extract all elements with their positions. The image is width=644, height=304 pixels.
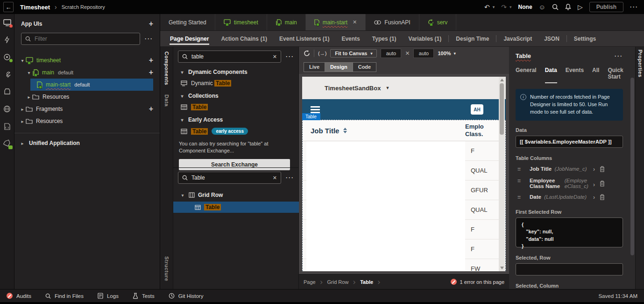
- caret-right-icon[interactable]: ▸: [19, 119, 26, 124]
- section-collections[interactable]: ▾ Collections: [180, 93, 294, 99]
- structure-item-table-selected[interactable]: Table: [173, 202, 299, 213]
- ptab-events[interactable]: Events: [566, 67, 584, 83]
- subtab-design-time[interactable]: Design Time: [450, 31, 495, 46]
- caret-down-icon[interactable]: ▾: [180, 193, 185, 198]
- page-scrollbar-thumb[interactable]: [500, 83, 504, 135]
- tab-data-vertical[interactable]: Data: [164, 94, 170, 107]
- app-uis-rail-icon[interactable]: [2, 18, 12, 27]
- delete-column-icon[interactable]: [600, 166, 605, 172]
- tests-button[interactable]: Tests: [133, 293, 155, 299]
- business-objects-rail-icon[interactable]: [2, 70, 12, 79]
- tab-getting-started[interactable]: Getting Started: [160, 14, 215, 30]
- breadcrumb-grid-row[interactable]: Grid Row: [327, 279, 349, 285]
- undo-icon[interactable]: ↶: [484, 4, 490, 10]
- structure-search-input[interactable]: [191, 174, 269, 181]
- caret-right-icon[interactable]: ▸: [19, 141, 26, 146]
- fit-to-canvas-dropdown[interactable]: Fit to Canvas ▾: [330, 49, 377, 58]
- chevron-right-icon[interactable]: ›: [593, 166, 600, 173]
- ptab-all[interactable]: All: [592, 67, 599, 83]
- services-rail-icon[interactable]: [2, 52, 12, 62]
- search-icon[interactable]: [552, 4, 559, 10]
- window-menu-icon[interactable]: ···: [630, 4, 638, 10]
- table-component-selection[interactable]: Table Job Title Emplo Class. F QUAL GFUR: [302, 120, 506, 271]
- components-search-input[interactable]: [191, 53, 269, 60]
- tab-structure-vertical[interactable]: Structure: [164, 256, 170, 281]
- git-rail-icon[interactable]: [2, 139, 12, 148]
- tree-item-resources-outer[interactable]: ▸ Resources: [14, 115, 160, 127]
- logs-button[interactable]: Logs: [98, 293, 119, 299]
- ptab-data[interactable]: Data: [545, 67, 557, 83]
- ptab-general[interactable]: General: [516, 67, 537, 83]
- find-in-files-button[interactable]: Find in Files: [45, 293, 84, 299]
- column-row-employee-class[interactable]: = Employee Class Name(EmployeeClass_c) ›: [516, 178, 623, 189]
- sort-icon[interactable]: [343, 128, 347, 133]
- clear-search-icon[interactable]: ✕: [273, 175, 277, 181]
- component-table-early-access[interactable]: Table early access: [181, 128, 294, 135]
- sandbox-dropdown[interactable]: TimesheetSandBox ▼: [325, 85, 389, 92]
- caret-down-icon[interactable]: ▾: [19, 58, 26, 63]
- column-row-job-title[interactable]: = Job Title (JobName_c) ›: [516, 166, 623, 173]
- breadcrumb-table[interactable]: Table: [360, 279, 373, 285]
- subtab-types[interactable]: Types (1): [366, 31, 403, 46]
- close-tab-icon[interactable]: ✕: [353, 19, 357, 25]
- feedback-icon[interactable]: ☺: [539, 4, 545, 10]
- delete-column-icon[interactable]: [600, 181, 605, 187]
- chevron-right-icon[interactable]: ›: [593, 194, 600, 201]
- zoom-dropdown[interactable]: 100% ▾: [438, 51, 455, 56]
- add-flow-button[interactable]: +: [149, 56, 153, 65]
- caret-right-icon[interactable]: ▸: [19, 107, 26, 112]
- design-canvas-page[interactable]: TimesheetSandBox ▼ AH Table Job Title Em…: [302, 77, 506, 271]
- drag-handle-icon[interactable]: =: [516, 166, 530, 173]
- structure-menu-icon[interactable]: ···: [286, 174, 294, 181]
- tree-item-fragments[interactable]: ▸ Fragments +: [14, 103, 160, 115]
- first-selected-row-value[interactable]: { "key": null, "data": null }: [516, 217, 623, 247]
- component-dynamic-table[interactable]: Dynamic Table: [181, 80, 294, 87]
- add-page-button[interactable]: +: [149, 68, 153, 77]
- tab-serv[interactable]: serv: [419, 14, 457, 30]
- canvas-height-input[interactable]: [413, 49, 434, 58]
- subtab-event-listeners[interactable]: Event Listeners (1): [273, 31, 335, 46]
- subtab-page-designer[interactable]: Page Designer: [164, 31, 215, 46]
- section-early-access[interactable]: ▾ Early Access: [180, 116, 294, 123]
- app-uis-filter-input[interactable]: [35, 36, 136, 42]
- properties-menu-icon[interactable]: ···: [615, 53, 623, 59]
- caret-right-icon[interactable]: ▸: [26, 94, 32, 100]
- mode-code-button[interactable]: Code: [353, 62, 377, 72]
- components-menu-icon[interactable]: ···: [286, 53, 294, 60]
- git-history-button[interactable]: Git History: [169, 293, 204, 299]
- tab-components-vertical[interactable]: Components: [164, 51, 170, 85]
- redo-dropdown-icon[interactable]: ▾: [510, 5, 512, 9]
- tree-item-unified-application[interactable]: ▸ Unified Application: [14, 137, 160, 149]
- selected-row-input[interactable]: [516, 263, 623, 275]
- back-button[interactable]: ←: [3, 2, 14, 12]
- scroll-up-icon[interactable]: [500, 79, 504, 81]
- tab-timesheet[interactable]: timesheet: [215, 14, 267, 30]
- page-error-indicator[interactable]: 1 error on this page: [451, 279, 504, 285]
- subtab-events[interactable]: Events: [335, 31, 366, 46]
- clear-search-icon[interactable]: ✕: [273, 54, 277, 60]
- ptab-quick-start[interactable]: Quick Start: [608, 67, 623, 83]
- avatar[interactable]: AH: [471, 104, 483, 115]
- subtab-variables[interactable]: Variables (1): [403, 31, 448, 46]
- web-rail-icon[interactable]: [2, 104, 12, 114]
- sandbox-selector[interactable]: None: [518, 4, 532, 10]
- add-fragment-button[interactable]: +: [149, 105, 153, 113]
- section-dynamic-components[interactable]: ▾ Dynamic Components: [180, 69, 294, 75]
- subtab-action-chains[interactable]: Action Chains (1): [215, 31, 273, 46]
- add-app-ui-button[interactable]: +: [149, 20, 153, 28]
- tree-item-timesheet[interactable]: ▾ timesheet +: [14, 54, 160, 66]
- data-expression-input[interactable]: [516, 136, 623, 148]
- source-rail-icon[interactable]: [2, 122, 12, 131]
- refresh-icon[interactable]: [304, 50, 310, 57]
- column-header-job-title[interactable]: Job Title: [303, 120, 465, 141]
- tree-item-resources-inner[interactable]: ▸ Resources: [14, 91, 160, 103]
- drag-handle-icon[interactable]: =: [516, 178, 530, 184]
- chevron-right-icon[interactable]: ›: [593, 181, 600, 188]
- actions-rail-icon[interactable]: [2, 35, 12, 44]
- tab-properties-vertical[interactable]: Properties: [637, 50, 643, 77]
- column-row-date[interactable]: = Date (LastUpdateDate) ›: [516, 194, 623, 201]
- tab-fusionapi[interactable]: FusionAPI: [366, 14, 419, 30]
- subtab-settings[interactable]: Settings: [568, 31, 602, 46]
- properties-scrollbar-thumb[interactable]: [630, 78, 634, 255]
- delete-column-icon[interactable]: [600, 194, 605, 200]
